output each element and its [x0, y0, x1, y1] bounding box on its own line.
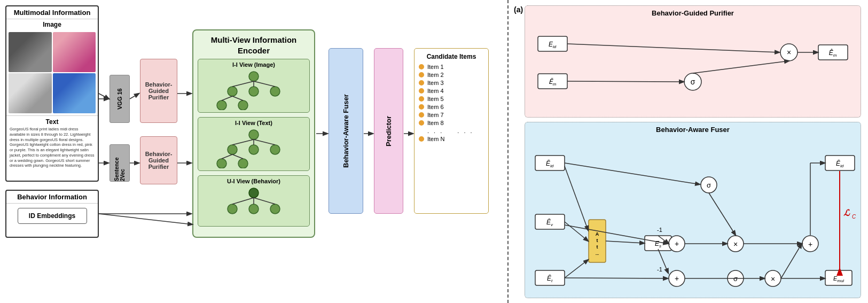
svg-line-28 [254, 198, 275, 204]
svg-line-34 [99, 214, 192, 224]
svg-point-15 [217, 159, 226, 168]
dress-image-1 [9, 32, 52, 72]
view-box-image: I-I View (Image) [198, 59, 310, 113]
text-label: Text [9, 118, 96, 126]
multimodal-title: Multimodal Information [6, 6, 98, 19]
svg-point-5 [238, 100, 248, 110]
svg-point-4 [217, 100, 226, 110]
purifier-box-1: Behavior-Guided Purifier [140, 59, 177, 123]
dot-8 [419, 120, 424, 126]
svg-point-3 [270, 87, 280, 96]
svg-line-20 [222, 154, 232, 159]
purifier-diagram-title: Behavior-Guided Purifier [525, 6, 861, 20]
svg-text:A: A [596, 231, 599, 237]
text-content: GorgeoUS floral print ladies midi dress … [9, 126, 96, 169]
encoder-title: Multi-View Information Encoder [198, 35, 310, 56]
dot-n [419, 136, 424, 142]
svg-text:×: × [787, 48, 791, 57]
svg-text:σ: σ [707, 181, 711, 189]
dot-2 [419, 72, 424, 77]
svg-line-6 [232, 81, 254, 87]
purifier-box-2: Behavior-Guided Purifier [140, 136, 177, 184]
svg-line-26 [232, 198, 254, 204]
svg-point-23 [228, 204, 237, 214]
view-label-image: I-I View (Image) [200, 61, 307, 68]
svg-line-8 [254, 81, 275, 87]
svg-line-9 [222, 96, 232, 100]
candidate-title: Candidate Items [419, 53, 484, 60]
svg-text:×: × [771, 275, 775, 283]
svg-point-22 [249, 188, 259, 198]
fuser-diagram-title: Behavior-Aware Fuser [525, 122, 861, 137]
candidate-item-7: Item 7 [419, 112, 484, 118]
svg-text:C: C [852, 214, 856, 220]
svg-line-51 [567, 44, 779, 52]
label-a: (a) [514, 5, 523, 14]
svg-text:t: t [597, 244, 598, 250]
svg-point-2 [249, 87, 259, 96]
svg-text:+: + [675, 274, 679, 283]
encoder-box: Multi-View Information Encoder I-I View … [192, 29, 315, 238]
dot-7 [419, 112, 424, 118]
svg-line-32 [130, 94, 139, 99]
behavior-info-box: Behavior Information ID Embeddings [5, 190, 99, 238]
view-label-behavior: U-I View (Behavior) [200, 178, 307, 184]
candidate-box: Candidate Items Item 1 Item 2 Item 3 Ite… [414, 48, 489, 214]
svg-line-91 [565, 163, 700, 184]
svg-line-92 [565, 166, 588, 230]
svg-text:...: ... [596, 251, 599, 256]
svg-line-101 [709, 193, 736, 235]
svg-text:-1: -1 [657, 227, 662, 233]
svg-text:×: × [733, 240, 738, 248]
svg-line-97 [606, 241, 644, 243]
svg-text:+: + [808, 240, 812, 248]
svg-line-96 [565, 278, 668, 278]
dot-6 [419, 104, 424, 110]
behavior-title: Behavior Information [6, 191, 98, 204]
svg-line-29 [99, 94, 109, 99]
dot-5 [419, 96, 424, 102]
svg-point-12 [228, 145, 237, 154]
fuser-diagram-svg: Ēid Ēv Ēt A t t ... Es σ [525, 137, 861, 297]
svg-point-25 [270, 204, 280, 214]
svg-line-21 [232, 154, 243, 159]
fuser-box: Behavior-Aware Fuser [329, 48, 363, 214]
candidate-item-2: Item 2 [419, 72, 484, 78]
svg-line-10 [232, 96, 243, 100]
text-section: Text GorgeoUS floral print ladies midi d… [6, 115, 98, 172]
view-label-text: I-I View (Text) [200, 120, 307, 126]
svg-point-13 [249, 145, 259, 154]
purifier-diagram-svg: Eid Ẽm σ × Êm [525, 20, 861, 106]
svg-line-17 [232, 139, 254, 145]
dress-image-4 [53, 73, 96, 113]
svg-line-52 [567, 81, 684, 82]
image-grid [6, 30, 98, 115]
view-box-text: I-I View (Text) [198, 117, 310, 171]
candidate-item-n: Item N [419, 136, 484, 142]
sentence2vec-box: Sentence 2Vec [110, 144, 130, 182]
candidate-item-1: Item 1 [419, 64, 484, 70]
id-embeddings: ID Embeddings [18, 208, 87, 224]
tree-behavior-svg [206, 187, 302, 224]
tree-text-svg [206, 128, 302, 168]
svg-point-11 [249, 130, 259, 139]
svg-point-1 [228, 87, 237, 96]
predictor-box: Predictor [374, 48, 403, 214]
dot-3 [419, 80, 424, 86]
svg-text:ℒ: ℒ [843, 208, 850, 217]
candidate-item-4: Item 4 [419, 88, 484, 94]
svg-line-93 [565, 222, 588, 241]
vgg-box: VGG 16 [110, 75, 130, 123]
svg-point-24 [249, 204, 259, 214]
view-box-behavior: U-I View (Behavior) [198, 175, 310, 227]
candidate-item-6: Item 6 [419, 104, 484, 110]
svg-text:t: t [597, 238, 598, 243]
svg-text:-1: -1 [657, 266, 662, 273]
candidate-item-dots: . . . . . . [419, 128, 484, 134]
purifier-diagram: Behavior-Guided Purifier Eid Ẽm σ × Êm [525, 5, 861, 118]
image-label: Image [6, 19, 98, 30]
svg-line-107 [781, 244, 802, 278]
dot-4 [419, 88, 424, 94]
svg-line-95 [565, 260, 588, 278]
svg-point-0 [249, 72, 259, 81]
